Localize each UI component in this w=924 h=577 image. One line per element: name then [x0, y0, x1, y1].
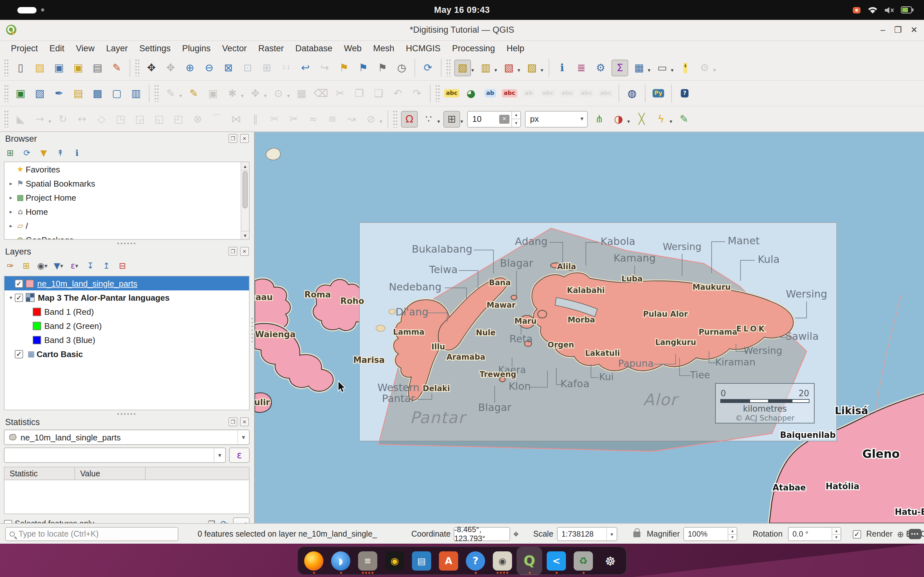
new-spatialite-layer-icon[interactable]: ✒ [51, 85, 67, 102]
zoom-full-icon[interactable]: ⊠ [220, 59, 237, 76]
browser-scrollbar[interactable]: ▲ ▼ [241, 162, 249, 239]
locate-input[interactable]: Type to locate (Ctrl+K) [5, 527, 178, 541]
layers-manage-map-themes-icon[interactable]: ◉▼ [36, 259, 49, 272]
menu-edit[interactable]: Edit [44, 42, 70, 54]
pan-to-selection-icon[interactable]: ✥ [162, 59, 179, 76]
dock-item-firefox[interactable] [303, 548, 325, 574]
save-project-as-icon[interactable]: ▣ [70, 59, 87, 76]
new-project-icon[interactable]: ▯ [12, 59, 29, 76]
move-feature-copy-icon[interactable]: →▼ [31, 111, 48, 127]
zoom-native-icon[interactable]: 1:1 [278, 59, 294, 76]
run-feature-action-icon[interactable]: ⚙▼ [696, 59, 713, 76]
magnifier-spinbox[interactable]: 100% ▲▼ [683, 527, 737, 541]
toolbar-grip[interactable] [5, 111, 9, 127]
delete-ring-icon[interactable]: ◰ [170, 111, 187, 127]
menu-database[interactable]: Database [289, 42, 338, 54]
layer-item-band-1-red-[interactable]: Band 1 (Red) [5, 305, 249, 319]
style-manager-icon[interactable]: ✎ [108, 59, 125, 76]
statistics-float-button[interactable]: ❐ [228, 417, 237, 426]
hcmgis-basemaps-icon[interactable]: ◍ [624, 85, 640, 102]
split-parts-icon[interactable]: ∥ [247, 111, 264, 127]
show-spatial-bookmarks-icon[interactable]: ⚑ [355, 59, 372, 76]
coordinate-extents-toggle-icon[interactable]: ⌖ [513, 524, 519, 544]
deselect-features-icon[interactable]: ▧▼ [501, 59, 517, 76]
toolbar-grip[interactable] [447, 59, 451, 76]
statistics-col-statistic[interactable]: Statistic [5, 467, 75, 480]
layers-remove-layer-icon[interactable]: ⊟ [116, 259, 129, 272]
statistics-field-combo[interactable]: ▼ [4, 448, 226, 463]
topological-editing-icon[interactable]: ⋔ [591, 111, 607, 127]
reshape-features-icon[interactable]: ⋈ [228, 111, 244, 127]
python-console-icon[interactable]: Py [650, 85, 667, 102]
new-grass-layer-icon[interactable]: ▢ [108, 85, 125, 102]
new-geopackage-layer-icon[interactable]: ▣ [12, 85, 29, 102]
trim-extend-icon[interactable]: ⊘▼ [363, 111, 379, 127]
render-checkbox[interactable]: ✓ [853, 530, 861, 538]
browser-item-project-home[interactable]: ▸▩Project Home [5, 190, 249, 205]
split-features-icon[interactable]: ✂ [266, 111, 283, 127]
modify-attributes-icon[interactable]: ▦ [293, 85, 310, 102]
menu-settings[interactable]: Settings [134, 42, 176, 54]
minimize-button[interactable]: – [880, 25, 885, 35]
move-label-icon[interactable]: abc [559, 85, 575, 102]
layer-item-band-3-blue-[interactable]: Band 3 (Blue) [5, 333, 249, 347]
browser-item-spatial-bookmarks[interactable]: ▸⚑Spatial Bookmarks [5, 176, 249, 190]
zoom-next-icon[interactable]: ↪ [317, 59, 333, 76]
system-tray[interactable] [852, 0, 914, 20]
pan-map-icon[interactable]: ✥ [143, 59, 160, 76]
browser-collapse-all-icon[interactable]: ↟ [54, 146, 67, 159]
render-toggle[interactable]: ✓ Render [853, 524, 893, 544]
rotate-point-symbols-icon[interactable]: ≋ [324, 111, 341, 127]
fill-ring-icon[interactable]: ◱ [151, 111, 168, 127]
statistics-col-value[interactable]: Value [75, 467, 145, 480]
copy-features-icon[interactable]: ❐ [351, 85, 368, 102]
rotate-feature-icon[interactable]: ↻ [55, 111, 71, 127]
zoom-in-icon[interactable]: ⊕ [182, 59, 198, 76]
snapping-type-icon[interactable]: ∵▼ [420, 111, 437, 127]
dock-item-thunderbird[interactable]: ◗ [330, 548, 352, 574]
layers-filter-by-expression-icon[interactable]: ε▼ [68, 259, 81, 272]
layer-item-band-2-green-[interactable]: Band 2 (Green) [5, 319, 249, 333]
toolbar-grip[interactable] [5, 85, 9, 102]
pin-labels-icon[interactable]: ab [482, 85, 499, 102]
zoom-out-icon[interactable]: ⊖ [201, 59, 218, 76]
delete-part-icon[interactable]: ⊗ [189, 111, 206, 127]
statistics-layer-combo[interactable]: ne_10m_land_single_parts ▼ [4, 430, 250, 445]
digitize-with-segment-icon[interactable]: ✎ [676, 111, 692, 127]
undo-icon[interactable]: ↶ [389, 85, 406, 102]
offset-curve-icon[interactable]: ⌒ [208, 111, 225, 127]
paste-features-icon[interactable]: ❏ [370, 85, 387, 102]
layer-item-ne-10m-land-single-parts[interactable]: ✓ne_10m_land_single_parts [5, 276, 249, 290]
toolbar-grip[interactable] [155, 85, 159, 102]
menu-vector[interactable]: Vector [216, 42, 252, 54]
scale-combo[interactable]: 1:738128 ▼ [557, 527, 617, 541]
dock-item-files[interactable]: ≡ [357, 548, 379, 574]
layers-close-button[interactable]: ✕ [240, 247, 249, 256]
new-mesh-layer-icon[interactable]: ▩ [89, 85, 106, 102]
redo-icon[interactable]: ↷ [409, 85, 425, 102]
highlight-unplaced-labels-icon[interactable]: abc [501, 85, 518, 102]
menu-plugins[interactable]: Plugins [176, 42, 216, 54]
dock-item-help[interactable]: ? [465, 548, 486, 574]
browser-properties-widget-icon[interactable]: ℹ [71, 146, 83, 159]
save-project-icon[interactable]: ▣ [51, 59, 67, 76]
bookmark-manager-icon[interactable]: ⚑ [374, 59, 391, 76]
dock-item-writer[interactable]: ▤ [411, 548, 433, 574]
refresh-map-icon[interactable]: ⟳ [420, 59, 436, 76]
toolbar-grip[interactable] [5, 59, 9, 76]
delete-selected-icon[interactable]: ⌫ [312, 85, 329, 102]
menu-help[interactable]: Help [501, 42, 530, 54]
statistics-close-button[interactable]: ✕ [240, 417, 249, 426]
dock-item-fonts[interactable]: A [438, 548, 459, 574]
offset-point-symbols-icon[interactable]: ↝ [343, 111, 360, 127]
dock-item-screenshot[interactable]: ◉ [491, 548, 513, 574]
zoom-last-icon[interactable]: ↩ [297, 59, 314, 76]
help-contents-icon[interactable]: ? [676, 85, 693, 102]
panel-canvas-splitter[interactable] [250, 318, 254, 343]
toggle-editing-icon[interactable]: ✎ [186, 85, 202, 102]
layer-diagram-icon[interactable]: ◕ [463, 85, 479, 102]
change-label-properties-icon[interactable]: abc [598, 85, 614, 102]
browser-refresh-browser-icon[interactable]: ⟳ [21, 146, 33, 159]
browser-item-geopackage[interactable]: ◍GeoPackage [5, 233, 249, 240]
add-ring-icon[interactable]: ◳ [112, 111, 129, 127]
